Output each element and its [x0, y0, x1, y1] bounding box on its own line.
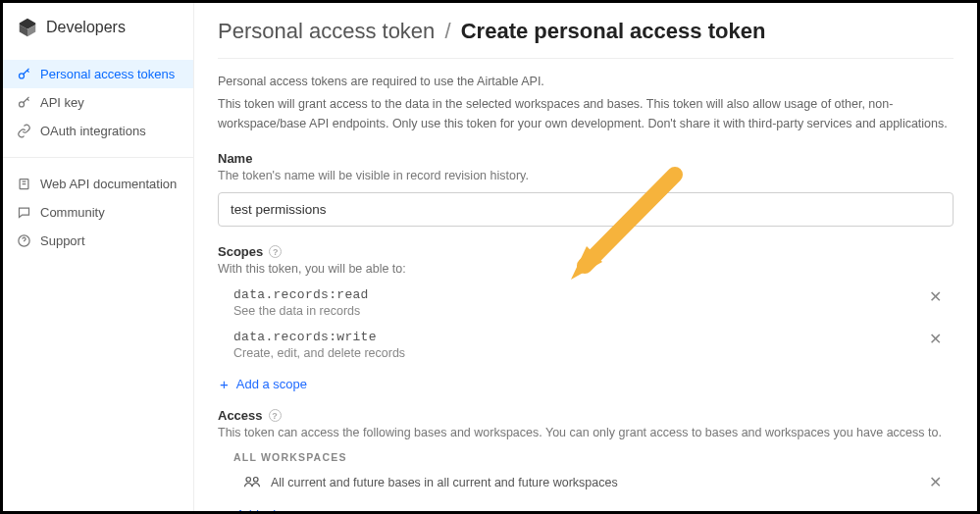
add-scope-button[interactable]: + Add a scope [218, 376, 954, 392]
svg-point-1 [20, 102, 25, 107]
access-row: All current and future bases in all curr… [218, 469, 954, 496]
people-icon [243, 475, 261, 491]
sidebar-item-community[interactable]: Community [3, 198, 193, 227]
scope-list: data.records:read See the data in record… [218, 282, 954, 366]
scopes-caption: With this token, you will be able to: [218, 262, 954, 276]
help-icon [17, 233, 31, 248]
help-icon[interactable]: ? [269, 245, 282, 258]
nav-group-primary: Personal access tokens API key OAuth int… [3, 56, 193, 158]
intro-line-2: This token will grant access to the data… [218, 95, 954, 133]
name-caption: The token's name will be visible in reco… [218, 169, 954, 182]
access-level-label: ALL WORKSPACES [233, 451, 954, 463]
scope-row: data.records:write Create, edit, and del… [218, 324, 954, 366]
add-base-label: Add a base [236, 507, 301, 511]
sidebar-item-support[interactable]: Support [3, 227, 193, 255]
sidebar: Developers Personal access tokens API ke… [3, 3, 194, 511]
breadcrumb-current: Create personal access token [461, 19, 766, 43]
cube-icon [17, 17, 38, 38]
sidebar-item-label: Support [40, 233, 85, 248]
plus-icon: + [220, 376, 229, 392]
access-label: Access ? [218, 408, 954, 423]
add-scope-label: Add a scope [236, 377, 307, 391]
scope-key: data.records:read [233, 287, 369, 302]
name-label: Name [218, 151, 954, 166]
link-icon [17, 124, 31, 138]
breadcrumb: Personal access token / Create personal … [218, 15, 954, 59]
main-content: Personal access token / Create personal … [194, 3, 977, 511]
breadcrumb-separator: / [440, 19, 454, 43]
remove-access-button[interactable]: ✕ [923, 473, 948, 492]
add-base-button[interactable]: + Add a base [218, 506, 954, 511]
token-name-input[interactable] [218, 192, 954, 227]
intro-line-1: Personal access tokens are required to u… [218, 73, 954, 91]
access-entry-label: All current and future bases in all curr… [271, 476, 618, 489]
help-icon[interactable]: ? [269, 409, 282, 422]
access-label-text: Access [218, 408, 263, 423]
sidebar-item-label: Personal access tokens [40, 67, 175, 81]
sidebar-item-label: Web API documentation [40, 177, 177, 191]
brand-name: Developers [46, 19, 126, 36]
key-icon [17, 67, 31, 81]
plus-icon: + [220, 506, 229, 511]
svg-point-5 [254, 477, 259, 482]
sidebar-item-api-key[interactable]: API key [3, 88, 193, 117]
scope-key: data.records:write [233, 330, 405, 344]
sidebar-item-label: OAuth integrations [40, 124, 146, 138]
sidebar-item-label: Community [40, 205, 105, 220]
brand-logo: Developers [3, 9, 193, 56]
remove-scope-button[interactable]: ✕ [923, 330, 948, 349]
svg-point-4 [246, 477, 251, 482]
sidebar-item-personal-access-tokens[interactable]: Personal access tokens [3, 60, 193, 88]
book-icon [17, 177, 31, 191]
nav-group-secondary: Web API documentation Community Support [3, 166, 193, 267]
scopes-label-text: Scopes [218, 244, 263, 259]
chat-icon [17, 205, 31, 220]
remove-scope-button[interactable]: ✕ [923, 287, 948, 307]
scope-desc: See the data in records [233, 304, 369, 318]
key-icon [17, 95, 31, 110]
scopes-label: Scopes ? [218, 244, 954, 259]
svg-point-0 [20, 74, 25, 78]
scope-row: data.records:read See the data in record… [218, 282, 954, 324]
breadcrumb-parent[interactable]: Personal access token [218, 19, 435, 43]
scope-desc: Create, edit, and delete records [233, 346, 405, 360]
access-caption: This token can access the following base… [218, 426, 954, 439]
sidebar-item-oauth-integrations[interactable]: OAuth integrations [3, 117, 193, 145]
sidebar-item-web-api-docs[interactable]: Web API documentation [3, 170, 193, 198]
sidebar-item-label: API key [40, 95, 84, 110]
